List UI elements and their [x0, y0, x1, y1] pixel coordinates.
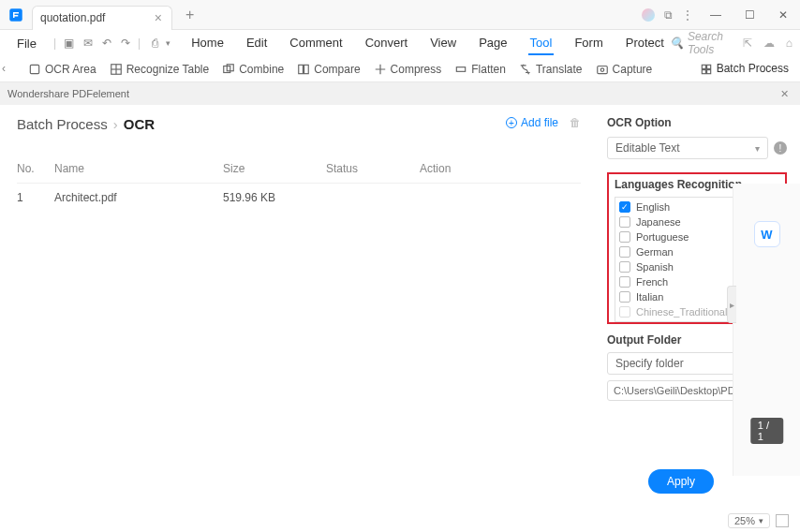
save-icon[interactable]: ▣ [64, 37, 74, 50]
tool-subtoolbar: ‹ OCR Area Recognize Table Combine Compa… [0, 56, 800, 82]
checkbox-icon[interactable] [619, 306, 630, 318]
panel-header: Wondershare PDFelement ✕ [0, 82, 800, 105]
capture-tool[interactable]: Capture [596, 63, 653, 76]
panel-close-button[interactable]: ✕ [777, 88, 793, 100]
info-icon[interactable]: ! [774, 141, 787, 155]
zoom-dropdown[interactable]: 25% ▾ [728, 513, 770, 528]
collapse-rail-button[interactable]: ▸ [727, 286, 736, 323]
cell-status [326, 191, 420, 204]
flatten-tool[interactable]: Flatten [454, 63, 506, 76]
cloud-icon[interactable]: ☁ [763, 37, 775, 50]
checkbox-icon[interactable] [619, 261, 630, 273]
svg-rect-15 [707, 69, 711, 73]
file-menu[interactable]: File [7, 33, 46, 54]
apply-button[interactable]: Apply [648, 469, 714, 494]
minimize-button[interactable]: — [699, 0, 733, 30]
svg-rect-7 [299, 65, 304, 73]
tab-convert[interactable]: Convert [363, 32, 410, 55]
undo-icon[interactable]: ↶ [102, 37, 111, 50]
recognize-table-tool[interactable]: Recognize Table [110, 63, 210, 76]
svg-rect-9 [457, 66, 466, 71]
combine-tool[interactable]: Combine [222, 63, 284, 76]
checkbox-icon[interactable] [619, 246, 630, 258]
close-window-button[interactable]: ✕ [766, 0, 800, 30]
close-tab-icon[interactable]: × [153, 10, 164, 25]
document-tab[interactable]: quotation.pdf × [32, 6, 172, 30]
ocr-mode-dropdown[interactable]: Editable Text ▾ [607, 137, 768, 159]
app-logo [0, 0, 32, 30]
svg-point-11 [600, 67, 604, 71]
maximize-button[interactable]: ☐ [733, 0, 766, 30]
svg-rect-10 [597, 66, 607, 73]
col-header-name: Name [54, 162, 223, 175]
home-icon[interactable]: ⌂ [786, 37, 793, 50]
svg-rect-8 [304, 65, 309, 73]
cell-name: Architect.pdf [54, 191, 223, 204]
print-dropdown-icon[interactable]: ▾ [166, 38, 170, 48]
kebab-menu-icon[interactable]: ⋮ [682, 8, 693, 22]
cell-size: 519.96 KB [223, 191, 326, 204]
compare-tool[interactable]: Compare [297, 63, 360, 76]
delete-icon[interactable]: 🗑 [570, 116, 581, 129]
tab-home[interactable]: Home [189, 32, 226, 55]
ocr-option-title: OCR Option [607, 116, 787, 129]
tab-view[interactable]: View [428, 32, 458, 55]
fit-page-icon[interactable] [776, 514, 789, 527]
add-tab-button[interactable]: + [180, 7, 200, 23]
scroll-left-icon[interactable]: ‹ [2, 62, 6, 75]
svg-rect-14 [703, 69, 706, 73]
svg-rect-13 [707, 65, 711, 68]
batch-process-tool[interactable]: Batch Process [696, 62, 793, 76]
share-icon[interactable]: ⧉ [664, 8, 673, 22]
tab-protect[interactable]: Protect [624, 32, 666, 55]
menubar: File | ▣ ✉ ↶ ↷ | ⎙ ▾ Home Edit Comment C… [0, 30, 800, 56]
compress-tool[interactable]: Compress [374, 63, 442, 76]
tab-comment[interactable]: Comment [288, 32, 344, 55]
breadcrumb-parent[interactable]: Batch Process [17, 116, 108, 132]
col-header-size: Size [223, 162, 326, 175]
checkbox-icon[interactable] [619, 216, 630, 228]
translate-tool[interactable]: Translate [519, 63, 583, 76]
print-icon[interactable]: ⎙ [152, 37, 158, 50]
breadcrumb: Batch Process › OCR [17, 116, 155, 132]
col-header-action: Action [420, 162, 499, 175]
word-export-icon[interactable]: W [754, 221, 780, 247]
tab-form[interactable]: Form [572, 32, 604, 55]
col-header-no: No. [17, 162, 54, 175]
table-row[interactable]: 1 Architect.pdf 519.96 KB [17, 184, 581, 212]
tab-page[interactable]: Page [477, 32, 509, 55]
files-table-header: No. Name Size Status Action [17, 155, 581, 184]
svg-rect-1 [30, 65, 38, 73]
panel-footer: Apply [0, 459, 733, 504]
mail-icon[interactable]: ✉ [83, 37, 93, 50]
svg-rect-12 [703, 65, 706, 68]
tab-title: quotation.pdf [40, 11, 153, 24]
checkbox-icon[interactable] [619, 291, 630, 303]
titlebar: quotation.pdf × + ⧉ ⋮ — ☐ ✕ [0, 0, 800, 30]
breadcrumb-current: OCR [124, 116, 155, 132]
col-header-status: Status [326, 162, 420, 175]
panel-title: Wondershare PDFelement [7, 88, 129, 99]
plus-icon: + [506, 117, 517, 128]
right-rail: W 1 / 1 [733, 184, 800, 476]
external-link-icon[interactable]: ⇱ [743, 37, 752, 50]
search-tools-input[interactable]: 🔍 Search Tools [670, 30, 732, 56]
checkbox-icon[interactable] [619, 276, 630, 288]
chevron-down-icon: ▾ [755, 143, 760, 154]
cell-no: 1 [17, 191, 54, 204]
redo-icon[interactable]: ↷ [121, 37, 130, 50]
files-panel: Batch Process › OCR + Add file 🗑 No. Nam… [0, 105, 598, 504]
checkbox-icon[interactable] [619, 231, 630, 243]
tab-tool[interactable]: Tool [528, 32, 555, 55]
ocr-area-tool[interactable]: OCR Area [28, 63, 96, 76]
chevron-down-icon: ▾ [759, 516, 763, 525]
statusbar: 25% ▾ [728, 510, 789, 532]
tab-edit[interactable]: Edit [244, 32, 269, 55]
user-avatar-icon[interactable] [642, 8, 655, 22]
cell-action [420, 191, 499, 204]
add-file-button[interactable]: + Add file [506, 116, 558, 129]
checkbox-icon[interactable] [619, 201, 630, 213]
page-count-badge: 1 / 1 [750, 418, 784, 444]
